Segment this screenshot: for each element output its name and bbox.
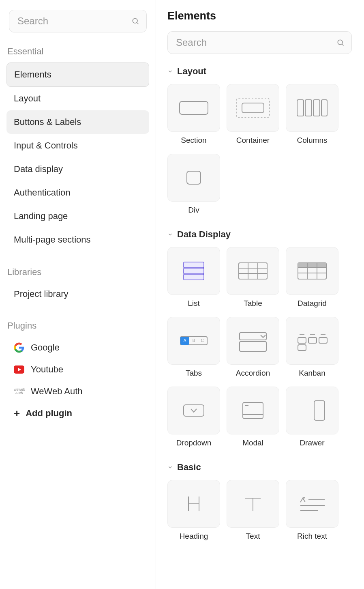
add-plugin-button[interactable]: + Add plugin — [6, 402, 149, 424]
tile-list[interactable]: List — [167, 247, 220, 308]
sidebar-search[interactable] — [9, 10, 147, 32]
tile-rich-text[interactable]: Rich text — [286, 480, 338, 541]
div-thumb-icon — [167, 154, 220, 202]
tile-datagrid[interactable]: Datagrid — [286, 247, 338, 308]
sidebar: Essential Elements Layout Buttons & Labe… — [0, 0, 156, 589]
svg-text:B: B — [193, 338, 195, 343]
tile-label: Tabs — [186, 369, 202, 378]
svg-rect-10 — [321, 100, 327, 116]
tile-text[interactable]: Text — [227, 480, 279, 541]
sidebar-item-elements[interactable]: Elements — [6, 62, 149, 87]
kanban-thumb-icon — [286, 317, 338, 365]
svg-point-50 — [303, 497, 305, 499]
svg-rect-40 — [184, 405, 204, 416]
sidebar-item-landing-page[interactable]: Landing page — [6, 204, 149, 228]
svg-rect-37 — [308, 337, 317, 343]
tile-modal[interactable]: Modal — [227, 387, 279, 447]
tile-columns[interactable]: Columns — [286, 84, 338, 145]
main-panel: Elements Layout Section Container — [156, 0, 364, 589]
weweb-icon: wewebAuth — [14, 386, 24, 397]
svg-rect-41 — [243, 402, 263, 419]
accordion-thumb-icon — [227, 317, 279, 365]
category-header-data-display[interactable]: Data Display — [167, 229, 352, 240]
sidebar-item-buttons-labels[interactable]: Buttons & Labels — [6, 110, 149, 134]
category-header-basic[interactable]: Basic — [167, 462, 352, 473]
layout-tiles: Section Container Columns — [167, 84, 352, 215]
tile-label: Container — [236, 136, 270, 145]
plugin-label: WeWeb Auth — [31, 386, 83, 397]
tabs-thumb-icon: A B C — [167, 317, 220, 365]
sidebar-item-data-display[interactable]: Data display — [6, 157, 149, 181]
main-search-input[interactable] — [167, 31, 352, 54]
plus-icon: + — [14, 408, 20, 419]
sidebar-item-project-library[interactable]: Project library — [6, 283, 149, 305]
tile-label: Rich text — [297, 532, 327, 541]
tile-accordion[interactable]: Accordion — [227, 317, 279, 378]
tile-label: Section — [181, 136, 206, 145]
tile-label: Modal — [242, 439, 263, 447]
svg-rect-13 — [184, 268, 204, 274]
sidebar-item-authentication[interactable]: Authentication — [6, 181, 149, 204]
main-search[interactable] — [167, 31, 352, 54]
svg-text:C: C — [201, 338, 203, 343]
svg-rect-7 — [297, 100, 304, 116]
modal-thumb-icon — [227, 387, 279, 434]
tile-label: Columns — [297, 136, 328, 145]
tile-label: Heading — [180, 532, 208, 541]
drawer-thumb-icon — [286, 387, 338, 434]
richtext-thumb-icon — [286, 480, 338, 528]
tile-label: Drawer — [300, 439, 324, 447]
sidebar-search-input[interactable] — [9, 10, 147, 32]
essential-heading: Essential — [7, 46, 149, 57]
sidebar-item-weweb-auth[interactable]: wewebAuth WeWeb Auth — [6, 380, 149, 402]
tile-tabs[interactable]: A B C Tabs — [167, 317, 220, 378]
text-thumb-icon — [227, 480, 279, 528]
category-title: Basic — [177, 462, 201, 473]
sidebar-item-multi-page-sections[interactable]: Multi-page sections — [6, 228, 149, 252]
svg-rect-4 — [180, 101, 208, 114]
svg-rect-15 — [239, 263, 267, 279]
plugin-label: Google — [31, 342, 60, 353]
tile-label: Text — [246, 532, 260, 541]
tile-label: Accordion — [236, 369, 270, 378]
sidebar-item-layout[interactable]: Layout — [6, 87, 149, 110]
libraries-nav: Project library — [6, 283, 149, 305]
columns-thumb-icon — [286, 84, 338, 132]
svg-rect-21 — [298, 263, 326, 267]
tile-heading[interactable]: Heading — [167, 480, 220, 541]
sidebar-item-input-controls[interactable]: Input & Controls — [6, 134, 149, 157]
tile-section[interactable]: Section — [167, 84, 220, 145]
svg-rect-14 — [184, 274, 204, 280]
google-icon — [14, 342, 24, 353]
chevron-down-icon — [167, 69, 173, 74]
tile-label: Dropdown — [176, 439, 212, 447]
svg-rect-6 — [242, 103, 264, 113]
svg-rect-9 — [313, 100, 320, 116]
svg-text:A: A — [184, 338, 186, 343]
section-thumb-icon — [167, 84, 220, 132]
plugin-label: Youtube — [31, 364, 63, 375]
tile-container[interactable]: Container — [227, 84, 279, 145]
add-plugin-label: Add plugin — [26, 408, 72, 419]
tile-drawer[interactable]: Drawer — [286, 387, 338, 447]
svg-rect-38 — [319, 337, 327, 343]
youtube-icon — [14, 364, 24, 375]
svg-point-0 — [133, 18, 137, 23]
svg-rect-11 — [187, 171, 201, 184]
sidebar-item-youtube[interactable]: Youtube — [6, 359, 149, 380]
tile-div[interactable]: Div — [167, 154, 220, 215]
svg-rect-39 — [298, 345, 306, 350]
sidebar-item-google[interactable]: Google — [6, 337, 149, 359]
basic-tiles: Heading Text Rich text — [167, 480, 352, 541]
tile-table[interactable]: Table — [227, 247, 279, 308]
svg-line-3 — [342, 44, 344, 46]
tile-dropdown[interactable]: Dropdown — [167, 387, 220, 447]
category-header-layout[interactable]: Layout — [167, 66, 352, 77]
container-thumb-icon — [227, 84, 279, 132]
tile-label: Datagrid — [298, 299, 327, 308]
category-title: Data Display — [177, 229, 231, 240]
tile-kanban[interactable]: Kanban — [286, 317, 338, 378]
chevron-down-icon — [167, 232, 173, 237]
chevron-down-icon — [167, 464, 173, 470]
datagrid-thumb-icon — [286, 247, 338, 295]
